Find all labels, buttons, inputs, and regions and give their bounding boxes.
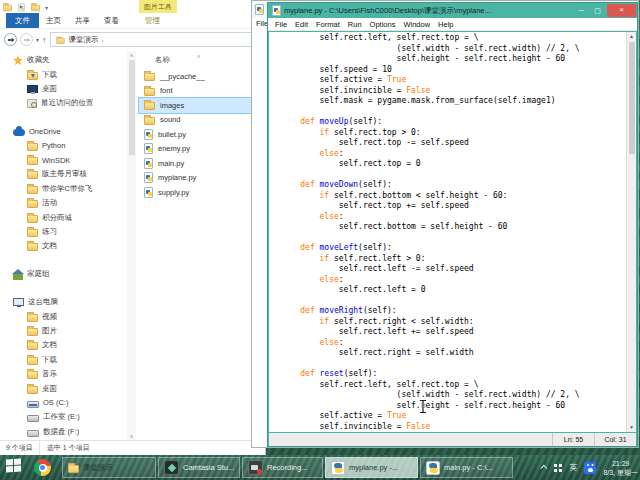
- sidebar-item-label: 这台电脑: [28, 297, 58, 307]
- code-line: self.speed = 10: [281, 65, 626, 76]
- close-button[interactable]: ×: [607, 4, 636, 17]
- ribbon-tab-管理[interactable]: 管理: [138, 13, 167, 28]
- scroll-down-icon[interactable]: ∨: [127, 432, 136, 440]
- chrome-icon[interactable]: [34, 459, 51, 476]
- menu-help[interactable]: Help: [438, 20, 453, 29]
- sidebar-item-家庭组[interactable]: 家庭组: [0, 267, 126, 281]
- sidebar-item-最近访问的位置[interactable]: 最近访问的位置: [0, 96, 126, 110]
- home-icon: [13, 274, 23, 280]
- sidebar-item-带你学C带你飞[interactable]: 带你学C带你飞: [0, 182, 126, 196]
- sidebar-item-下载[interactable]: 下载: [0, 67, 126, 81]
- ribbon-tab-共享[interactable]: 共享: [68, 13, 97, 28]
- up-button[interactable]: ↑: [42, 35, 47, 45]
- history-dropdown-icon[interactable]: ▾: [36, 36, 39, 43]
- folder-icon[interactable]: [31, 5, 40, 11]
- file-name: bullet.py: [158, 130, 186, 139]
- python-file-icon: [144, 129, 153, 140]
- sidebar-item-文档[interactable]: 文档: [0, 338, 126, 352]
- file-row-supply.py[interactable]: supply.py: [139, 185, 261, 200]
- code-area[interactable]: self.rect.left, self.rect.top = \ (self.…: [269, 32, 636, 432]
- menu-edit[interactable]: Edit: [295, 20, 308, 29]
- file-row-font[interactable]: font: [139, 84, 261, 99]
- file-row-main.py[interactable]: main.py: [139, 156, 261, 171]
- menu-window[interactable]: Window: [403, 20, 430, 29]
- taskbar-button-Camtasia Stu...[interactable]: Camtasia Stu...: [158, 457, 240, 478]
- paw-tray-icon[interactable]: [584, 462, 596, 474]
- sidebar-item-桌面[interactable]: 桌面: [0, 82, 126, 96]
- sidebar-item-积分商城[interactable]: 积分商城: [0, 210, 126, 224]
- sidebar-item-数据盘 (F:)[interactable]: 数据盘 (F:): [0, 424, 126, 438]
- sidebar-item-收藏夹[interactable]: 收藏夹: [0, 53, 126, 67]
- taskbar-button-课堂演示[interactable]: 课堂演示: [62, 457, 156, 478]
- sidebar-item-OneDrive[interactable]: OneDrive: [0, 124, 126, 138]
- code-line: def moveLeft(self):: [281, 243, 626, 254]
- file-row-__pycache__[interactable]: __pycache__: [139, 69, 261, 84]
- forward-button[interactable]: [20, 33, 33, 46]
- maximize-button[interactable]: ▢: [591, 4, 604, 17]
- sidebar-item-Python[interactable]: Python: [0, 138, 126, 152]
- code-editor[interactable]: self.rect.left, self.rect.top = \ (self.…: [269, 32, 626, 432]
- idle-titlebar[interactable]: myplane.py - C:\Users\FishC000\Desktop\课…: [268, 3, 637, 18]
- file-rows: __pycache__fontimagessoundbullet.pyenemy…: [139, 69, 261, 200]
- menu-file[interactable]: File: [275, 20, 287, 29]
- scrollbar-thumb[interactable]: [129, 60, 135, 155]
- sidebar-item-WinSDK[interactable]: WinSDK: [0, 153, 126, 167]
- file-row-images[interactable]: images: [139, 98, 261, 113]
- sidebar-item-音乐[interactable]: 音乐: [0, 367, 126, 381]
- clock[interactable]: 21:29 8/3, 星期一: [603, 459, 638, 477]
- minimize-button[interactable]: ─: [575, 4, 588, 17]
- sidebar-item-工作室 (E:)[interactable]: 工作室 (E:): [0, 410, 126, 424]
- menu-format[interactable]: Format: [316, 20, 340, 29]
- column-header-name[interactable]: ∧ 名称: [139, 51, 265, 68]
- back-button[interactable]: [4, 33, 17, 46]
- menu-options[interactable]: Options: [370, 20, 396, 29]
- sidebar-item-OS (C:)[interactable]: OS (C:): [0, 396, 126, 410]
- file-name: myplane.py: [158, 173, 196, 182]
- menu-run[interactable]: Run: [348, 20, 362, 29]
- file-row-myplane.py[interactable]: myplane.py: [139, 171, 261, 186]
- ribbon-tab-主页[interactable]: 主页: [39, 13, 68, 28]
- ime-indicator[interactable]: 英: [569, 462, 577, 473]
- tray-expand-icon[interactable]: [541, 465, 548, 472]
- address-box[interactable]: 课堂演示 ›: [50, 32, 259, 47]
- start-button-icon[interactable]: [6, 458, 21, 472]
- sidebar-item-label: 带你学C带你飞: [42, 184, 92, 194]
- sidebar-item-练习[interactable]: 练习: [0, 225, 126, 239]
- code-line: self.rect.top -= self.speed: [281, 138, 626, 149]
- ribbon-tab-文件[interactable]: 文件: [6, 13, 39, 28]
- sidebar-item-桌面[interactable]: 桌面: [0, 381, 126, 395]
- folder-icon[interactable]: [3, 5, 12, 11]
- code-scrollbar[interactable]: ▲ ▼: [626, 32, 636, 432]
- sidebar-item-图片[interactable]: 图片: [0, 324, 126, 338]
- taskbar-button-myplane.py -...[interactable]: myplane.py -...: [325, 457, 418, 478]
- sidebar-item-活动[interactable]: 活动: [0, 196, 126, 210]
- sidebar-item-label: 文档: [42, 340, 57, 350]
- sidebar-item-视频[interactable]: 视频: [0, 309, 126, 323]
- scroll-up-icon[interactable]: ▲: [627, 32, 636, 41]
- file-row-sound[interactable]: sound: [139, 113, 261, 128]
- disk-icon: [27, 430, 39, 437]
- scroll-up-icon[interactable]: ∧: [127, 51, 136, 59]
- file-icon[interactable]: [18, 3, 24, 11]
- code-line: self.height - self.rect.height - 60: [281, 54, 626, 65]
- file-row-enemy.py[interactable]: enemy.py: [139, 142, 261, 157]
- sidebar-item-这台电脑[interactable]: 这台电脑: [0, 295, 126, 309]
- taskbar-button-Recording...[interactable]: Recording...: [242, 457, 323, 478]
- code-line: if self.rect.top > 0:: [281, 128, 626, 139]
- scrollbar-thumb[interactable]: [629, 42, 635, 154]
- breadcrumb-chevron-icon[interactable]: ›: [102, 37, 104, 43]
- picture-tools-tab[interactable]: 图片工具: [139, 0, 177, 13]
- breadcrumb[interactable]: 课堂演示: [69, 35, 99, 45]
- sidebar-item-版主每月审核[interactable]: 版主每月审核: [0, 167, 126, 181]
- star-icon: [13, 55, 23, 65]
- scroll-down-icon[interactable]: ▼: [627, 423, 636, 432]
- python-icon: [426, 461, 440, 475]
- chevron-down-icon[interactable]: ▾: [45, 4, 48, 11]
- file-row-bullet.py[interactable]: bullet.py: [139, 127, 261, 142]
- navigation-scrollbar[interactable]: ∧ ∨: [127, 51, 136, 440]
- sidebar-item-文档[interactable]: 文档: [0, 239, 126, 253]
- taskbar-button-main.py - C:\...[interactable]: main.py - C:\...: [420, 457, 513, 478]
- ribbon-tab-查看[interactable]: 查看: [97, 13, 126, 28]
- windows-tray-icon[interactable]: [554, 464, 557, 467]
- sidebar-item-下载[interactable]: 下载: [0, 353, 126, 367]
